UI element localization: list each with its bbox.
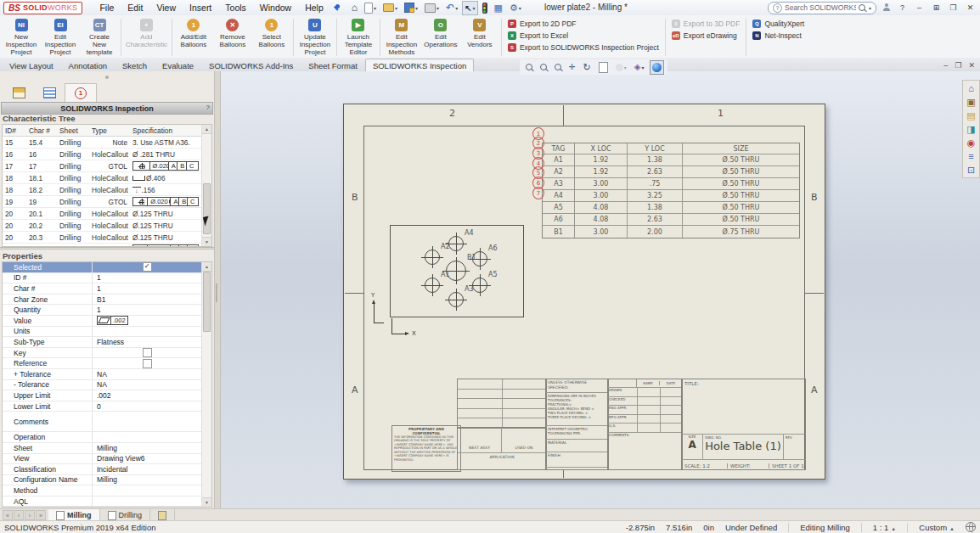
edit-inspection-methods-button[interactable]: MEdit Inspection Methods bbox=[382, 16, 421, 59]
file-explorer-icon[interactable]: ▤ bbox=[966, 110, 975, 121]
characteristic-row[interactable]: 1818.1DrillingHoleCalloutØ.406 bbox=[3, 172, 201, 184]
edit-vendors-button[interactable]: VEdit Vendors bbox=[460, 16, 499, 59]
property-row[interactable]: Key bbox=[3, 348, 201, 359]
doc-restore-button[interactable]: ❐ bbox=[955, 61, 961, 70]
zoom-in-out-button[interactable] bbox=[552, 60, 564, 75]
qualityxpert-button[interactable]: QQualityXpert bbox=[752, 20, 804, 28]
tab-annotation[interactable]: Annotation bbox=[61, 59, 115, 71]
minimize-button[interactable]: – bbox=[914, 3, 925, 12]
tags-icon[interactable] bbox=[966, 522, 976, 532]
characteristic-row[interactable]: 1919DrillingGTOLØ.020MABC bbox=[3, 196, 201, 208]
launch-template-editor-button[interactable]: ▶Launch Template Editor bbox=[339, 16, 378, 59]
hole-table-row[interactable]: A11.921.38Ø.50 THRU bbox=[543, 154, 799, 166]
menu-window[interactable]: Window bbox=[253, 3, 298, 13]
dock-button[interactable]: ⊞ bbox=[931, 3, 942, 12]
hole-a4[interactable] bbox=[448, 236, 464, 251]
dropdown-caret-icon[interactable]: ▾ bbox=[374, 5, 376, 11]
panel-resize-splitter[interactable] bbox=[214, 71, 221, 509]
sheet-nav-2[interactable]: › bbox=[25, 510, 35, 520]
doc-close-button[interactable]: ✕ bbox=[968, 61, 975, 70]
sheet-nav-0[interactable]: « bbox=[3, 510, 13, 520]
tab-solidworks-add-ins[interactable]: SOLIDWORKS Add-Ins bbox=[201, 59, 301, 71]
checkbox[interactable] bbox=[143, 359, 152, 368]
menu-edit[interactable]: Edit bbox=[121, 3, 149, 13]
property-row[interactable]: Quantity1 bbox=[3, 305, 201, 316]
panel-collapse-handle[interactable] bbox=[105, 76, 109, 79]
characteristic-row[interactable]: 2020.2DrillingHoleCalloutØ.125 THRU bbox=[3, 220, 201, 232]
property-row[interactable]: SheetMilling bbox=[3, 443, 201, 454]
property-row[interactable]: Upper Limit.002 bbox=[3, 390, 201, 401]
hole-table-row[interactable]: A54.081.38Ø.50 THRU bbox=[543, 202, 799, 214]
property-value[interactable]: 1 bbox=[93, 306, 201, 314]
export-swi-project-button[interactable]: SExport to SOLIDWORKS Inspection Project bbox=[508, 43, 659, 52]
property-value[interactable]: Flatness bbox=[93, 338, 201, 346]
rotate-view-button[interactable]: ↻ bbox=[581, 60, 594, 75]
export-excel-button[interactable]: XExport to Excel bbox=[508, 31, 659, 40]
panel-help-button[interactable]: ? bbox=[206, 104, 210, 111]
property-row[interactable]: Char #1 bbox=[3, 283, 201, 295]
scroll-down-icon[interactable]: ▼ bbox=[202, 497, 211, 507]
restore-button[interactable]: ❐ bbox=[948, 3, 959, 12]
drawing-sheet[interactable]: 2 1 B A B A TAGX LOCY LOCSIZEA11.921.38Ø… bbox=[343, 104, 825, 480]
characteristic-row[interactable]: 2020.3DrillingHoleCalloutØ.125 THRU bbox=[3, 232, 201, 244]
hole-table-row[interactable]: A43.003.25Ø.50 THRU bbox=[543, 190, 799, 202]
property-row[interactable]: Operation bbox=[3, 432, 201, 443]
remove-balloons-button[interactable]: ✕Remove Balloons bbox=[213, 16, 252, 59]
zoom-to-area-button[interactable] bbox=[538, 60, 549, 75]
pin-menu-icon[interactable] bbox=[332, 3, 341, 12]
dropdown-caret-icon[interactable]: ▾ bbox=[415, 5, 418, 11]
menu-insert[interactable]: Insert bbox=[183, 3, 218, 13]
units-dropdown[interactable]: Custom▲ bbox=[907, 523, 955, 532]
dropdown-caret-icon[interactable]: ▾ bbox=[455, 5, 458, 11]
net-inspect-button[interactable]: NNet-Inspect bbox=[752, 31, 804, 40]
property-row[interactable]: + ToleranceNA bbox=[3, 369, 201, 380]
property-value[interactable]: Milling bbox=[93, 444, 201, 452]
view-settings-button[interactable] bbox=[650, 60, 664, 75]
tab-feature-manager[interactable] bbox=[3, 83, 34, 102]
menu-tools[interactable]: Tools bbox=[218, 3, 253, 13]
create-new-template-button[interactable]: CTCreate New template bbox=[80, 16, 119, 59]
save-button[interactable]: ▾ bbox=[402, 1, 420, 15]
tab-inspection[interactable]: 1 bbox=[65, 83, 97, 103]
property-value[interactable]: .002 bbox=[93, 316, 201, 325]
checkbox[interactable] bbox=[143, 348, 152, 357]
tab-solidworks-inspection[interactable]: SOLIDWORKS Inspection bbox=[365, 59, 474, 71]
property-value[interactable]: NA bbox=[93, 370, 201, 379]
select-balloons-button[interactable]: 1Select Balloons bbox=[252, 16, 291, 59]
sheet-options-tab[interactable] bbox=[150, 509, 175, 521]
hole-a5[interactable] bbox=[472, 278, 487, 293]
tree-scrollbar[interactable]: ▲ ▼ bbox=[201, 125, 211, 246]
hole-a2[interactable] bbox=[425, 250, 440, 265]
export-2d-pdf-button[interactable]: PExport to 2D PDF bbox=[508, 20, 659, 28]
sheet-nav-1[interactable]: ‹ bbox=[14, 510, 24, 520]
appearances-icon[interactable]: ◉ bbox=[967, 137, 976, 148]
update-inspection-project-button[interactable]: UUpdate Inspection Project bbox=[296, 16, 335, 59]
property-row[interactable]: Method bbox=[3, 485, 201, 497]
hole-table-row[interactable]: A64.082.63Ø.50 THRU bbox=[543, 214, 799, 226]
property-row[interactable]: ID #1 bbox=[3, 273, 201, 284]
property-value[interactable]: Drawing View6 bbox=[93, 454, 201, 463]
property-row[interactable]: Units bbox=[3, 327, 201, 338]
edit-inspection-project-button[interactable]: EIEdit Inspection Project bbox=[41, 16, 80, 59]
pan-button[interactable]: ✛ bbox=[566, 60, 578, 75]
scroll-down-icon[interactable]: ▼ bbox=[202, 237, 211, 246]
sheet-tab-milling[interactable]: Milling bbox=[48, 509, 100, 521]
property-row[interactable]: Configuration NameMilling bbox=[3, 475, 201, 486]
property-row[interactable]: Sub-TypeFlatness bbox=[3, 337, 201, 348]
property-row[interactable]: - ToleranceNA bbox=[3, 380, 201, 391]
open-file-button[interactable]: ▾ bbox=[380, 1, 400, 15]
dropdown-caret-icon[interactable]: ▾ bbox=[395, 5, 397, 11]
hole-table[interactable]: TAGX LOCY LOCSIZEA11.921.38Ø.50 THRUA21.… bbox=[542, 143, 800, 238]
characteristic-row[interactable]: 1818.2DrillingHoleCallout↓.156 bbox=[3, 184, 201, 196]
sheet-scale-dropdown[interactable]: 1 : 1▲ bbox=[861, 523, 896, 532]
property-row[interactable]: Value.002 bbox=[3, 316, 201, 327]
sheet-properties-button[interactable] bbox=[596, 60, 611, 75]
tab-property-manager[interactable] bbox=[34, 83, 65, 102]
characteristic-row[interactable]: 1616DrillingHoleCalloutØ .281 THRU bbox=[3, 149, 201, 160]
property-row[interactable]: Reference bbox=[3, 358, 201, 369]
property-row[interactable]: Lower Limit0 bbox=[3, 401, 201, 412]
zoom-to-fit-button[interactable] bbox=[523, 60, 535, 75]
scroll-up-icon[interactable]: ▲ bbox=[202, 125, 211, 134]
view-palette-icon[interactable]: ◨ bbox=[966, 124, 975, 134]
characteristic-row[interactable]: 2121DrillingGTOLØ.020MABC bbox=[3, 244, 201, 246]
